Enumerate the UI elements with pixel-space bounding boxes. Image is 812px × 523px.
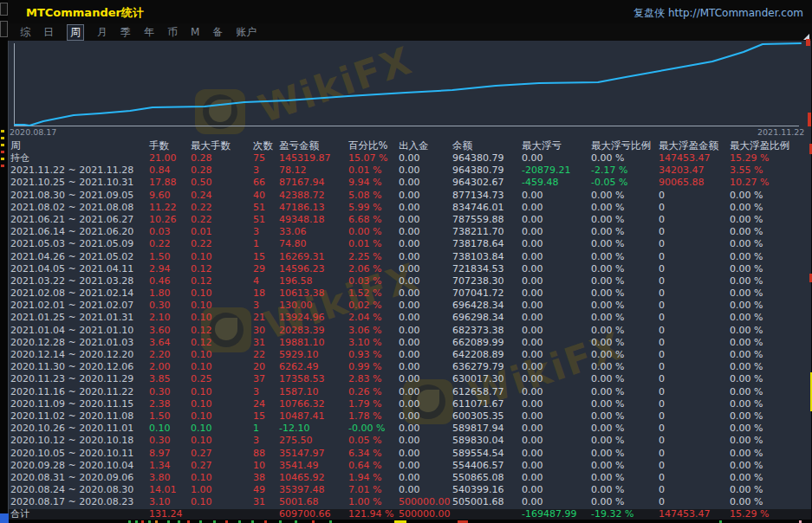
table-row[interactable]: 2021.10.25 ~ 2021.10.3117.880.506687167.… [9,177,811,189]
row-cell: 0.00 % [591,496,659,508]
total-row[interactable]: 合计131.24609700.66121.94 %500000.00-16948… [9,509,811,520]
row-period: 2020.11.02 ~ 2020.11.08 [10,410,149,423]
row-cell: 0.00 % [591,423,659,435]
row-cell: 147453.47 [659,152,730,165]
chart-x-axis [14,126,799,126]
table-row[interactable]: 2021.02.08 ~ 2021.02.141.800.101810613.3… [9,287,811,300]
table-row[interactable]: 2020.11.23 ~ 2020.11.293.850.253717358.5… [9,373,811,385]
row-cell: 0.10 [191,312,253,324]
row-cell: 0.01 % [348,165,399,177]
table-row[interactable]: 2020.08.31 ~ 2020.09.063.800.103810465.9… [9,472,811,484]
table-row[interactable]: 2020.08.24 ~ 2020.08.3014.011.004935397.… [9,484,811,496]
menu-item-3[interactable]: 周 [67,24,84,41]
row-cell: 0 [659,386,730,398]
background-artifact [1,165,4,167]
row-cell: 21.00 [149,152,191,165]
row-cell: 0.30 [149,435,191,447]
table-row[interactable]: 2020.12.28 ~ 2021.01.033.640.123119881.1… [9,337,811,349]
row-cell: 0.00 % [348,226,399,238]
table-row[interactable]: 2020.11.09 ~ 2020.11.152.380.102410766.3… [9,398,811,410]
row-cell: 0.00 [399,202,452,214]
row-cell: 500000.00 [399,496,452,508]
row-cell: 0.00 [522,300,591,312]
menu-item-6[interactable]: 年 [144,25,154,40]
row-cell: 0.00 % [591,226,659,238]
table-row[interactable]: 2021.08.02 ~ 2021.08.0811.220.225147186.… [9,202,811,214]
row-cell: 0.00 [522,423,591,435]
row-cell: 1.00 % [348,496,399,508]
row-cell: 0.00 % [591,190,659,202]
table-row[interactable]: 2021.04.26 ~ 2021.05.021.500.101516269.3… [9,251,811,263]
row-cell: 3 [253,165,279,177]
table-row[interactable]: 2020.09.28 ~ 2020.10.041.340.27103541.49… [9,460,811,472]
table-row[interactable]: 2020.12.14 ~ 2020.12.202.200.10225929.10… [9,349,811,361]
row-cell: 0.00 % [591,484,659,496]
table-row[interactable]: 2021.02.01 ~ 2021.02.070.300.103130.000.… [9,300,811,312]
row-cell: 0.00 [522,349,591,361]
row-cell: 0 [659,398,730,410]
row-cell: 2.25 % [348,251,399,263]
table-row[interactable]: 2021.04.05 ~ 2021.04.112.940.122914596.2… [9,263,811,275]
row-cell: 0.10 [191,423,253,435]
menu-item-4[interactable]: 月 [97,25,107,40]
row-cell: 0.00 [522,361,591,373]
row-cell: 3541.49 [279,460,348,472]
menu-item-8[interactable]: M [191,26,199,38]
row-cell: 0.00 [399,423,452,435]
row-cell: 0 [659,300,730,312]
menu-item-7[interactable]: 币 [167,25,178,40]
table-row[interactable]: 2020.11.16 ~ 2020.11.220.300.1031587.100… [9,386,811,398]
row-cell: 0.00 % [591,251,659,263]
row-cell: 0.00 % [591,398,659,410]
row-cell: 3.85 [149,373,191,385]
table-row[interactable]: 2020.11.02 ~ 2020.11.081.500.101510487.4… [9,410,811,423]
row-cell: 0.50 [191,177,253,189]
table-row[interactable]: 2021.01.04 ~ 2021.01.103.600.123020283.3… [9,325,811,337]
table-row[interactable]: 2020.10.05 ~ 2020.10.118.970.278835147.9… [9,448,811,460]
row-cell: 3.80 [149,472,191,484]
row-cell: 0.25 [191,373,253,385]
menu-item-10[interactable]: 账户 [236,25,257,40]
table-row[interactable]: 2021.03.22 ~ 2021.03.280.460.124196.580.… [9,275,811,287]
row-period: 2021.04.05 ~ 2021.04.11 [10,263,149,275]
row-cell: 0 [659,325,730,337]
table-row[interactable]: 持仓21.000.2875145319.8715.07 %0.00964380.… [9,152,811,165]
background-artifact [0,21,8,37]
row-cell: 3.10 [149,496,191,508]
row-cell: 0.00 % [591,337,659,349]
table-row[interactable]: 2020.10.12 ~ 2020.10.180.300.103275.500.… [9,435,811,447]
column-header: 最大浮亏比例 [591,139,659,152]
row-cell: 612658.77 [452,386,522,398]
table-row[interactable]: 2021.06.21 ~ 2021.06.2710.260.225149348.… [9,214,811,226]
menu-item-2[interactable]: 日 [43,25,54,40]
row-cell: 1587.10 [279,386,348,398]
row-cell: 0.00 [399,373,452,385]
table-row[interactable]: 2020.10.26 ~ 2020.11.010.100.101-12.10-0… [9,423,811,435]
row-cell: 2.00 [149,361,191,373]
brand-link[interactable]: 复盘侠 http://MTCommander.com [633,6,803,21]
table-row[interactable]: 2021.06.14 ~ 2021.06.200.030.01333.060.0… [9,226,811,238]
row-cell: 0.00 % [730,496,811,508]
chart-start-date: 2020.08.17 [10,127,56,137]
row-cell: 3.60 [149,325,191,337]
table-row[interactable]: 2020.08.17 ~ 2020.08.233.100.10315001.68… [9,496,811,508]
table-row[interactable]: 2020.11.30 ~ 2020.12.062.000.10206262.49… [9,361,811,373]
column-header: 最大浮亏 [522,139,591,152]
row-cell: 0.00 [522,287,591,300]
menu-item-1[interactable]: 综 [20,25,30,40]
row-cell: 0.00 % [730,460,811,472]
row-cell: 5929.10 [279,349,348,361]
row-cell: 1.50 [149,410,191,423]
row-cell: 0.00 [399,214,452,226]
table-row[interactable]: 2021.01.25 ~ 2021.01.312.100.102113924.9… [9,312,811,324]
table-row[interactable]: 2021.08.30 ~ 2021.09.059.600.244042388.7… [9,190,811,202]
row-cell: 0.28 [191,165,253,177]
menu-item-5[interactable]: 季 [120,25,131,40]
row-cell: 0.22 [191,238,253,250]
row-cell: 0.00 [522,386,591,398]
menu-item-9[interactable]: 备 [212,25,223,40]
table-row[interactable]: 2021.11.22 ~ 2021.11.280.840.28378.120.0… [9,165,811,177]
table-row[interactable]: 2021.05.03 ~ 2021.05.090.220.22174.800.0… [9,238,811,250]
row-cell: 5.08 % [348,190,399,202]
row-cell: 0.00 [522,202,591,214]
